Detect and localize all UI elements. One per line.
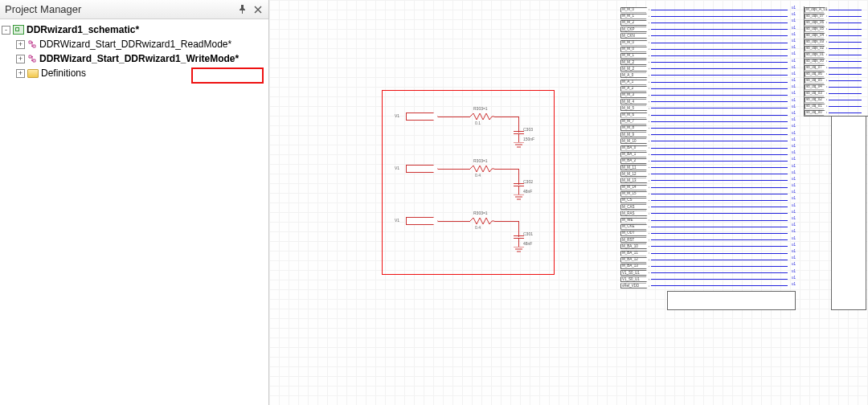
port-icon[interactable] xyxy=(620,264,649,269)
port-icon[interactable] xyxy=(620,66,649,72)
pin-row[interactable]: M_CS u1 xyxy=(620,197,797,203)
port-icon[interactable] xyxy=(620,231,649,236)
port-icon[interactable] xyxy=(620,152,649,158)
pin-row[interactable]: sb_dq_00 xyxy=(805,109,868,116)
port-icon[interactable] xyxy=(620,72,649,78)
port-icon[interactable] xyxy=(620,283,649,288)
port-icon[interactable] xyxy=(620,7,649,13)
port-icon[interactable] xyxy=(620,112,649,118)
pin-row[interactable]: M_M_12 u1 xyxy=(620,171,797,178)
pin-row[interactable]: M_WE u1 xyxy=(620,217,797,223)
port-icon[interactable] xyxy=(620,257,649,263)
port-icon[interactable] xyxy=(620,191,649,197)
pin-row[interactable]: M_CKN u1 xyxy=(620,33,797,39)
port-icon[interactable] xyxy=(620,132,649,137)
rc-circuit[interactable]: V1 R303=1 0.4 C302 48nF xyxy=(406,157,542,205)
pin-row[interactable]: sb_dqs_03 xyxy=(805,39,868,45)
port-icon[interactable] xyxy=(620,276,649,282)
pin-row[interactable]: M_M_9 u1 xyxy=(620,132,797,138)
port-icon[interactable] xyxy=(805,14,827,19)
expander-icon[interactable]: - xyxy=(2,26,10,35)
port-icon[interactable] xyxy=(620,138,649,144)
pin-row[interactable]: sb_dqs_01 xyxy=(805,51,868,58)
close-icon[interactable] xyxy=(252,4,264,15)
source-pin[interactable] xyxy=(406,165,438,173)
port-icon[interactable] xyxy=(620,251,649,256)
port-icon[interactable] xyxy=(805,97,827,103)
port-icon[interactable] xyxy=(620,14,649,19)
pin-row[interactable]: M_M_0 u1 xyxy=(620,6,797,13)
pin-row[interactable]: M_M_11 u1 xyxy=(620,165,797,171)
port-icon[interactable] xyxy=(620,158,649,164)
port-icon[interactable] xyxy=(805,91,827,96)
port-icon[interactable] xyxy=(620,178,649,183)
pin-row[interactable]: M_RST u1 xyxy=(620,237,797,243)
tree-item-definitions[interactable]: + Definitions xyxy=(2,66,267,80)
port-icon[interactable] xyxy=(620,165,649,170)
pin-row[interactable]: M_M_2 u1 xyxy=(620,66,797,72)
port-icon[interactable] xyxy=(620,218,649,223)
pin-row[interactable]: M_ODT u1 xyxy=(620,230,797,236)
port-icon[interactable] xyxy=(805,33,827,39)
port-icon[interactable] xyxy=(805,65,827,71)
port-icon[interactable] xyxy=(805,84,827,90)
pin-row[interactable]: M_BA_11 u1 xyxy=(620,250,797,256)
port-icon[interactable] xyxy=(805,39,827,45)
port-icon[interactable] xyxy=(620,33,649,39)
pin-row[interactable]: M_CAS u1 xyxy=(620,204,797,211)
pin-row[interactable]: M_BA_12 u1 xyxy=(620,256,797,263)
pin-row[interactable]: M_M_6 u1 xyxy=(620,112,797,118)
expander-icon[interactable]: + xyxy=(16,69,25,78)
port-icon[interactable] xyxy=(620,105,649,111)
port-icon[interactable] xyxy=(620,99,649,104)
pin-row[interactable]: M_M_5 u1 xyxy=(620,105,797,112)
pin-row[interactable]: V1_S0_U1 u1 xyxy=(620,276,797,283)
port-icon[interactable] xyxy=(620,204,649,210)
pin-row[interactable]: M_M_14 u1 xyxy=(620,184,797,190)
pin-row[interactable]: M_CKP u1 xyxy=(620,27,797,33)
pin-row[interactable]: M_BA_13 u1 xyxy=(620,263,797,269)
port-icon[interactable] xyxy=(805,59,827,64)
pin-row[interactable]: sb_dq_06 xyxy=(805,71,868,77)
port-icon[interactable] xyxy=(805,104,827,109)
pin-row[interactable]: M_dqs_A_01 xyxy=(805,6,868,13)
port-icon[interactable] xyxy=(620,145,649,151)
tree-root[interactable]: - DDRwizard1_schematic* xyxy=(2,22,267,37)
expander-icon[interactable]: + xyxy=(16,40,25,49)
port-icon[interactable] xyxy=(620,20,649,26)
source-pin[interactable] xyxy=(406,217,438,225)
port-icon[interactable] xyxy=(805,110,827,116)
tree-item-readmode[interactable]: + DDRWizard_Start_DDRwizard1_ReadMode* xyxy=(2,37,267,51)
pin-row[interactable]: M_BA_0 u1 xyxy=(620,145,797,151)
pin-row[interactable]: sb_dq_01 xyxy=(805,103,868,109)
pin-row[interactable]: M_BA_10 u1 xyxy=(620,243,797,250)
port-icon[interactable] xyxy=(805,46,827,51)
pin-row[interactable]: sb_dqs_04 xyxy=(805,32,868,39)
port-icon[interactable] xyxy=(620,211,649,216)
pin-row[interactable]: vRef_VDD u1 xyxy=(620,283,797,289)
port-icon[interactable] xyxy=(620,40,649,46)
tree-item-writemode[interactable]: + DDRWizard_Start_DDRwizard1_WriteMode* xyxy=(2,51,267,66)
port-icon[interactable] xyxy=(805,27,827,32)
pin-row[interactable]: M_M_1 u1 xyxy=(620,52,797,59)
rc-circuit[interactable]: V1 R303=1 0.4 C301 48nF xyxy=(406,209,542,257)
pin-row[interactable]: M_M_13 u1 xyxy=(620,178,797,184)
port-icon[interactable] xyxy=(620,27,649,32)
pin-row[interactable]: V1_S0_U1 u1 xyxy=(620,270,797,276)
resistor[interactable] xyxy=(470,113,494,120)
port-icon[interactable] xyxy=(805,78,827,84)
port-icon[interactable] xyxy=(620,80,649,85)
resistor[interactable] xyxy=(470,166,494,172)
pin-row[interactable]: M_M_0 u1 xyxy=(620,46,797,52)
port-icon[interactable] xyxy=(620,224,649,230)
port-icon[interactable] xyxy=(620,92,649,98)
pin-row[interactable]: M_M_3 u1 xyxy=(620,92,797,98)
pin-row[interactable]: M_A_1 u1 xyxy=(620,79,797,85)
port-icon[interactable] xyxy=(805,7,827,13)
pin-row[interactable]: M_M_10 u1 xyxy=(620,138,797,145)
source-pin[interactable] xyxy=(406,112,438,121)
port-icon[interactable] xyxy=(620,198,649,203)
schematic-canvas[interactable]: V1 R303=1 0.1 C303 150nF V1 R303=1 0.4 C… xyxy=(269,0,868,405)
pin-row[interactable]: sb_dqs_00 xyxy=(805,58,868,64)
port-icon[interactable] xyxy=(805,52,827,58)
